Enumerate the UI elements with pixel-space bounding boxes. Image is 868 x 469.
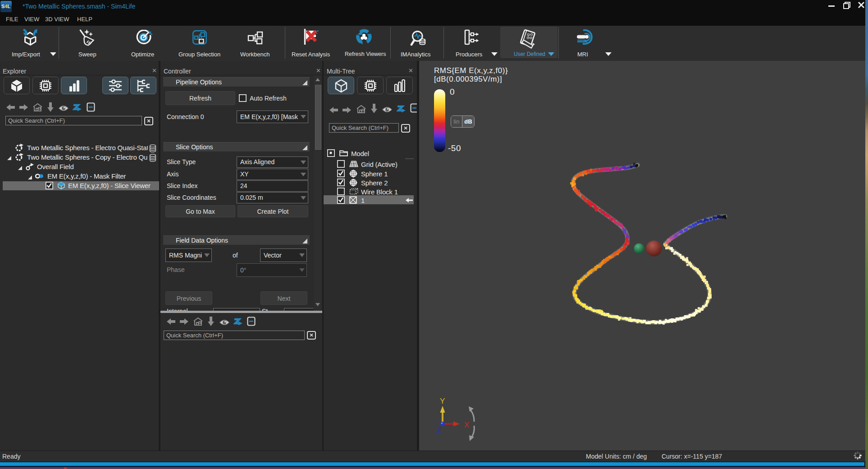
svg-text:Y: Y (440, 397, 445, 405)
svg-text:Z: Z (436, 426, 441, 434)
svg-text:X: X (464, 421, 469, 429)
